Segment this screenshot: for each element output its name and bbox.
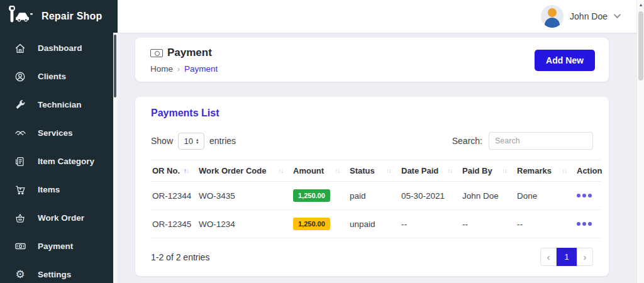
column-header-status[interactable]: Status bbox=[348, 160, 400, 182]
sidebar-item-work-order[interactable]: Work Order bbox=[0, 204, 118, 232]
search-input[interactable] bbox=[489, 132, 593, 150]
page-header-card: Payment Home › Payment Add New bbox=[135, 38, 609, 82]
cell-or-no: OR-12344 bbox=[151, 182, 197, 210]
cell-or-no: OR-12345 bbox=[151, 210, 197, 238]
cell-remarks: -- bbox=[516, 210, 575, 238]
banknote-icon bbox=[14, 240, 26, 253]
sort-desc-icon bbox=[450, 167, 452, 174]
sidebar-menu: Dashboard Clients Technician Services It… bbox=[0, 33, 118, 283]
entries-summary: 1-2 of 2 entries bbox=[151, 252, 209, 262]
sidebar-item-label: Item Category bbox=[38, 157, 94, 166]
app-logo[interactable]: Repair Shop bbox=[0, 0, 118, 33]
page-scrollbar[interactable] bbox=[636, 0, 644, 283]
sidebar-scrollbar[interactable] bbox=[113, 33, 118, 283]
sort-desc-icon bbox=[389, 167, 391, 174]
row-actions-button[interactable] bbox=[577, 222, 598, 226]
column-header-amount[interactable]: Amount bbox=[292, 160, 348, 182]
cell-remarks: Done bbox=[516, 182, 575, 210]
sort-icons[interactable] bbox=[278, 167, 283, 174]
scroll-up-arrow-icon[interactable] bbox=[638, 3, 643, 7]
row-actions-button[interactable] bbox=[577, 194, 598, 197]
payments-list-card: Payments List Show 10 entries Search: bbox=[135, 97, 609, 276]
payments-table: OR No. Work Order Code Amount Status Dat… bbox=[151, 160, 601, 238]
column-header-work-order-code[interactable]: Work Order Code bbox=[197, 160, 292, 182]
sidebar-item-label: Settings bbox=[38, 270, 71, 279]
breadcrumb-current[interactable]: Payment bbox=[184, 64, 218, 74]
entries-label: entries bbox=[209, 136, 236, 146]
sidebar-item-label: Work Order bbox=[38, 213, 84, 223]
column-header-remarks[interactable]: Remarks bbox=[516, 160, 575, 182]
payments-list-title: Payments List bbox=[151, 108, 593, 119]
sort-icons[interactable] bbox=[184, 167, 189, 174]
cart-icon bbox=[14, 184, 26, 196]
category-icon bbox=[14, 155, 26, 168]
breadcrumb-home-link[interactable]: Home bbox=[150, 64, 173, 74]
sort-icons[interactable] bbox=[562, 167, 567, 174]
sidebar-item-dashboard[interactable]: Dashboard bbox=[0, 34, 118, 62]
sidebar-item-services[interactable]: Services bbox=[0, 119, 118, 147]
cell-date-paid: -- bbox=[400, 210, 461, 238]
show-label: Show bbox=[151, 136, 173, 146]
column-header-paid-by[interactable]: Paid By bbox=[461, 160, 516, 182]
select-arrows-icon bbox=[196, 138, 199, 144]
sort-icons[interactable] bbox=[335, 167, 340, 174]
sidebar-item-technician[interactable]: Technician bbox=[0, 91, 118, 119]
column-header-or-no[interactable]: OR No. bbox=[151, 160, 197, 182]
page-size-select[interactable]: 10 bbox=[178, 133, 204, 150]
column-header-action: Action bbox=[575, 160, 601, 182]
chevron-down-icon bbox=[614, 11, 621, 18]
clients-icon bbox=[14, 70, 26, 83]
sort-desc-icon bbox=[280, 167, 283, 174]
sidebar-item-label: Technician bbox=[38, 100, 82, 109]
amount-badge: 1,250.00 bbox=[293, 218, 330, 230]
table-header-row: OR No. Work Order Code Amount Status Dat… bbox=[151, 160, 601, 182]
pagination-page-1-button[interactable]: 1 bbox=[557, 248, 577, 266]
user-menu[interactable]: John Doe bbox=[541, 5, 619, 28]
sidebar: Repair Shop Dashboard Clients Technician… bbox=[0, 0, 118, 283]
pagination-prev-button[interactable] bbox=[540, 248, 557, 266]
table-row: OR-12344 WO-3435 1,250.00 paid 05-30-202… bbox=[151, 182, 601, 210]
sidebar-item-settings[interactable]: ⚙ Settings bbox=[0, 260, 118, 283]
page-scrollbar-thumb[interactable] bbox=[638, 11, 643, 80]
cell-status: paid bbox=[348, 182, 400, 210]
breadcrumb: Home › Payment bbox=[150, 64, 218, 74]
amount-badge: 1,250.00 bbox=[293, 189, 330, 202]
pagination-next-button[interactable] bbox=[577, 248, 593, 266]
sidebar-item-item-category[interactable]: Item Category bbox=[0, 147, 118, 175]
cell-paid-by: -- bbox=[461, 210, 516, 238]
sidebar-item-payment[interactable]: Payment bbox=[0, 232, 118, 260]
add-new-button[interactable]: Add New bbox=[535, 50, 595, 71]
cell-work-order-code: WO-1234 bbox=[197, 210, 292, 238]
cell-date-paid: 05-30-2021 bbox=[400, 182, 461, 210]
sidebar-item-label: Items bbox=[38, 185, 60, 194]
sidebar-scrollbar-thumb[interactable] bbox=[114, 35, 116, 97]
user-name: John Doe bbox=[570, 11, 608, 21]
sort-icons[interactable] bbox=[447, 167, 452, 174]
payment-page-icon bbox=[150, 49, 163, 57]
cell-status: unpaid bbox=[348, 210, 400, 238]
sort-desc-icon bbox=[504, 167, 507, 174]
sidebar-item-label: Clients bbox=[38, 72, 66, 81]
wrench-car-logo-icon bbox=[8, 6, 34, 27]
gear-icon: ⚙ bbox=[14, 269, 26, 281]
page-title: Payment bbox=[167, 47, 212, 59]
sort-desc-icon bbox=[186, 167, 189, 174]
sort-icons[interactable] bbox=[502, 167, 507, 174]
top-header: John Doe bbox=[118, 0, 636, 33]
page-size-value: 10 bbox=[184, 136, 193, 146]
handshake-icon bbox=[14, 127, 26, 140]
sort-icons[interactable] bbox=[386, 167, 391, 174]
sidebar-item-label: Dashboard bbox=[38, 43, 82, 53]
sidebar-item-label: Payment bbox=[38, 241, 73, 251]
sort-desc-icon bbox=[337, 167, 340, 174]
home-icon bbox=[14, 42, 26, 55]
main-content: Payment Home › Payment Add New Payments … bbox=[118, 33, 636, 283]
app-title: Repair Shop bbox=[42, 11, 102, 22]
sidebar-item-clients[interactable]: Clients bbox=[0, 62, 118, 91]
sidebar-item-items[interactable]: Items bbox=[0, 175, 118, 204]
column-header-date-paid[interactable]: Date Paid bbox=[400, 160, 461, 182]
sort-desc-icon bbox=[564, 167, 567, 174]
table-row: OR-12345 WO-1234 1,250.00 unpaid -- -- -… bbox=[151, 210, 601, 238]
pagination: 1 bbox=[540, 248, 593, 266]
basket-icon bbox=[14, 212, 26, 225]
